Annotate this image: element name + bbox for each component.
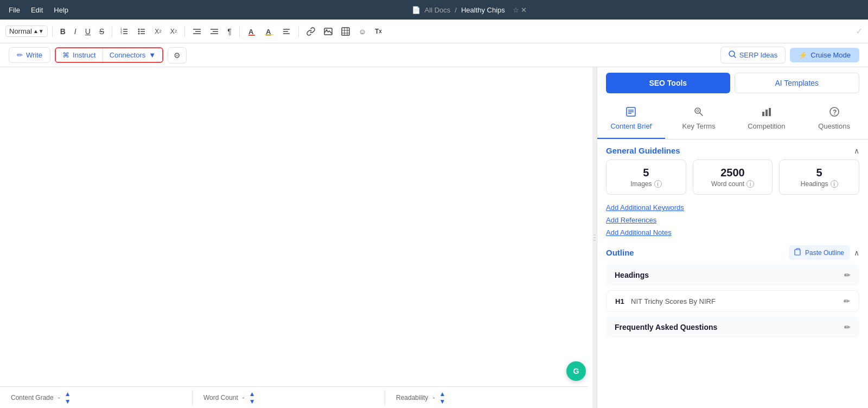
word-count-arrows[interactable]: ▲▼: [249, 390, 256, 405]
editor-content[interactable]: [0, 67, 592, 408]
bold-button[interactable]: B: [57, 25, 69, 38]
word-count-dash: -: [242, 394, 245, 401]
serp-label: SERP Ideas: [739, 51, 778, 59]
svg-point-36: [593, 240, 595, 241]
h1-text: NIT Trichy Scores By NIRF: [631, 297, 716, 305]
write-button[interactable]: ✏ Write: [9, 47, 50, 63]
superscript-button[interactable]: X2: [167, 25, 180, 37]
instruct-label: Instruct: [73, 51, 96, 59]
outline-header: Outline Paste Outline ∧: [606, 241, 859, 264]
instruct-button[interactable]: ⌘ Instruct: [56, 48, 103, 62]
general-guidelines-chevron-icon[interactable]: ∧: [854, 146, 859, 155]
menu-edit[interactable]: Edit: [31, 6, 43, 14]
check-icon[interactable]: ✓: [856, 26, 863, 36]
svg-rect-21: [265, 34, 273, 35]
editor-area[interactable]: Content Grade - ▲▼ Word Count - ▲▼ Reada…: [0, 67, 592, 408]
strikethrough-button[interactable]: S: [96, 25, 107, 38]
faq-edit-icon[interactable]: ✏: [844, 323, 851, 331]
content-grade-status: Content Grade - ▲▼: [11, 390, 193, 405]
images-stat-label: Images i: [613, 180, 679, 188]
images-info-icon[interactable]: i: [654, 180, 662, 188]
font-highlight-button[interactable]: A: [261, 25, 277, 38]
svg-text:3: 3: [120, 31, 122, 35]
word-count-stat-value: 2500: [700, 167, 766, 179]
questions-label: Questions: [818, 122, 850, 130]
add-notes-link[interactable]: Add Additional Notes: [606, 228, 859, 237]
text-align-button[interactable]: [279, 25, 294, 38]
instruct-icon: ⌘: [62, 51, 69, 59]
connectors-chevron-icon: ▼: [149, 51, 156, 59]
image-button[interactable]: [321, 25, 336, 38]
word-count-stat-card: 2500 Word count i: [693, 160, 773, 195]
connectors-label: Connectors: [110, 51, 145, 59]
faq-label: Frequently Asked Questions: [615, 323, 717, 331]
headings-label: Headings: [615, 271, 649, 279]
paste-outline-icon: [794, 248, 802, 257]
tab-key-terms[interactable]: Key Terms: [665, 99, 733, 139]
status-bar: Content Grade - ▲▼ Word Count - ▲▼ Reada…: [0, 386, 588, 408]
content-grade-arrows[interactable]: ▲▼: [65, 390, 71, 405]
svg-point-39: [595, 240, 596, 241]
indent-decrease-button[interactable]: [189, 25, 205, 38]
add-keywords-link[interactable]: Add Additional Keywords: [606, 203, 859, 212]
svg-rect-52: [795, 250, 800, 255]
paste-outline-button[interactable]: Paste Outline: [789, 245, 850, 260]
share-icon[interactable]: ☆ ✕: [513, 6, 527, 14]
add-references-link[interactable]: Add References: [606, 216, 859, 224]
menu-file[interactable]: File: [9, 6, 20, 14]
competition-label: Competition: [748, 122, 785, 130]
style-chevron-icon: ▲▼: [33, 28, 44, 34]
connectors-button[interactable]: Connectors ▼: [103, 48, 162, 62]
h1-content: H1 NIT Trichy Scores By NIRF: [615, 296, 716, 306]
emoji-button[interactable]: ☺: [355, 25, 369, 38]
gear-icon: ⚙: [174, 51, 181, 60]
ordered-list-button[interactable]: 123: [117, 25, 132, 38]
toolbar-separator-1: [52, 26, 53, 37]
resize-handle[interactable]: [592, 67, 597, 408]
headings-edit-icon[interactable]: ✏: [844, 271, 851, 279]
table-button[interactable]: [338, 25, 353, 38]
h1-edit-icon[interactable]: ✏: [844, 297, 850, 305]
headings-row: Headings ✏: [615, 271, 851, 279]
italic-button[interactable]: I: [71, 25, 80, 38]
competition-icon: [761, 106, 772, 120]
readability-arrows[interactable]: ▲▼: [439, 390, 445, 405]
breadcrumb-current-doc: Healthy Chips: [461, 6, 505, 14]
headings-info-icon[interactable]: i: [831, 180, 838, 188]
clear-format-button[interactable]: Tx: [372, 25, 385, 37]
tab-questions[interactable]: ? Questions: [800, 99, 868, 139]
toolbar-separator-2: [112, 26, 112, 37]
unordered-list-button[interactable]: [134, 25, 149, 38]
word-count-info-icon[interactable]: i: [746, 180, 754, 188]
tab-content-brief[interactable]: Content Brief: [597, 99, 665, 139]
content-brief-icon: [626, 106, 636, 120]
h1-tag: H1: [615, 297, 624, 305]
formatting-toolbar: Normal ▲▼ B I U S 123 X2 X2 ¶ A A ☺ Tx ✓: [0, 20, 868, 43]
svg-rect-27: [342, 28, 349, 35]
paragraph-button[interactable]: ¶: [224, 25, 235, 38]
readability-dash: -: [432, 394, 435, 401]
underline-button[interactable]: U: [82, 25, 94, 38]
tab-competition[interactable]: Competition: [733, 99, 801, 139]
settings-button[interactable]: ⚙: [168, 47, 187, 63]
menu-help[interactable]: Help: [54, 6, 68, 14]
grammarly-button[interactable]: G: [566, 361, 586, 381]
serp-ideas-button[interactable]: SERP Ideas: [720, 47, 786, 63]
outline-section: Outline Paste Outline ∧ Head: [606, 241, 859, 338]
ai-templates-button[interactable]: AI Templates: [735, 73, 860, 93]
outline-chevron-icon[interactable]: ∧: [854, 248, 859, 257]
seo-tools-button[interactable]: SEO Tools: [606, 73, 730, 93]
indent-increase-button[interactable]: [207, 25, 222, 38]
outline-title: Outline: [606, 248, 634, 257]
cruise-mode-button[interactable]: ⚡ Cruise Mode: [790, 48, 859, 62]
subscript-button[interactable]: X2: [151, 25, 164, 37]
font-color-button[interactable]: A: [244, 25, 259, 38]
link-button[interactable]: [303, 25, 318, 38]
write-label: Write: [26, 51, 42, 59]
instruct-connectors-group: ⌘ Instruct Connectors ▼: [55, 47, 163, 63]
content-brief-label: Content Brief: [610, 122, 652, 130]
breadcrumb-all-docs[interactable]: All Docs: [425, 6, 451, 14]
paragraph-style-select[interactable]: Normal ▲▼: [5, 25, 48, 37]
right-panel: SEO Tools AI Templates Content Brief Key…: [597, 67, 868, 408]
svg-point-9: [138, 28, 140, 30]
